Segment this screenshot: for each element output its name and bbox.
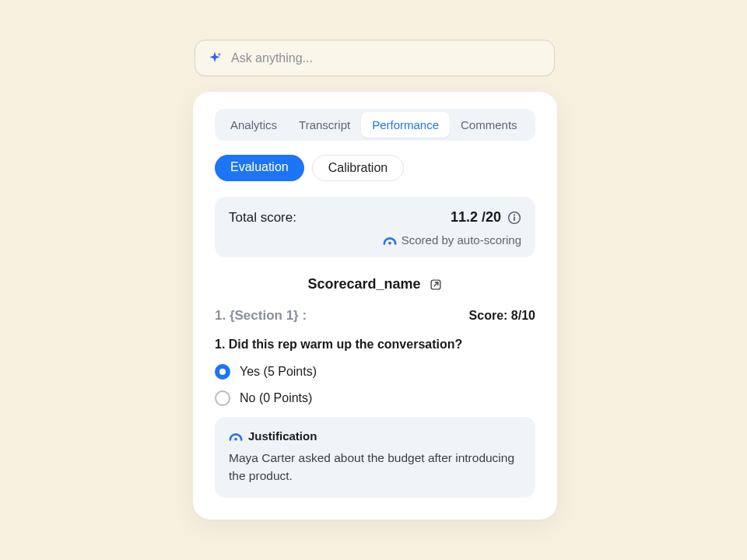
open-external-icon[interactable] (429, 278, 443, 292)
info-icon[interactable] (507, 211, 521, 225)
tab-comments[interactable]: Comments (450, 112, 528, 138)
card-tabs: Analytics Transcript Performance Comment… (215, 109, 535, 141)
svg-point-3 (388, 241, 391, 244)
justification-body: Maya Carter asked about the budget after… (229, 449, 521, 485)
gauge-icon (383, 235, 397, 246)
search-input[interactable] (231, 51, 543, 65)
ask-anything-search[interactable] (195, 40, 555, 76)
justification-panel: Justification Maya Carter asked about th… (215, 417, 535, 498)
svg-rect-2 (514, 216, 515, 220)
pill-evaluation[interactable]: Evaluation (215, 155, 304, 181)
sparkle-icon (206, 50, 223, 67)
option-label: Yes (5 Points) (240, 365, 317, 379)
scored-by-row: Scored by auto-scoring (229, 233, 521, 247)
tab-analytics[interactable]: Analytics (219, 112, 288, 138)
svg-point-1 (514, 214, 515, 215)
radio-unselected-icon (215, 390, 230, 406)
option-yes[interactable]: Yes (5 Points) (215, 364, 535, 380)
option-label: No (0 Points) (240, 391, 312, 405)
section-header: 1. {Section 1} : Score: 8/10 (215, 308, 535, 324)
section-title: 1. {Section 1} : (215, 308, 307, 324)
pill-calibration[interactable]: Calibration (312, 155, 404, 181)
question-text: 1. Did this rep warm up the conversation… (215, 338, 535, 352)
performance-card: Analytics Transcript Performance Comment… (193, 92, 557, 520)
scorecard-title: Scorecard_name (307, 276, 420, 292)
scored-by-text: Scored by auto-scoring (402, 233, 521, 247)
radio-selected-icon (215, 364, 230, 380)
scorecard-title-row: Scorecard_name (215, 276, 535, 292)
score-value: 11.2 (451, 209, 478, 225)
gauge-icon (229, 431, 243, 442)
justification-title: Justification (248, 429, 317, 443)
total-score-value: 11.2 /20 (451, 209, 521, 226)
total-score-label: Total score: (229, 210, 296, 226)
mode-pills: Evaluation Calibration (215, 155, 535, 181)
tab-transcript[interactable]: Transcript (288, 112, 361, 138)
option-no[interactable]: No (0 Points) (215, 390, 535, 406)
total-score-panel: Total score: 11.2 /20 (215, 197, 535, 257)
section-score: Score: 8/10 (469, 309, 535, 323)
tab-performance[interactable]: Performance (361, 112, 450, 138)
svg-point-5 (234, 437, 237, 440)
score-max: /20 (482, 209, 501, 225)
